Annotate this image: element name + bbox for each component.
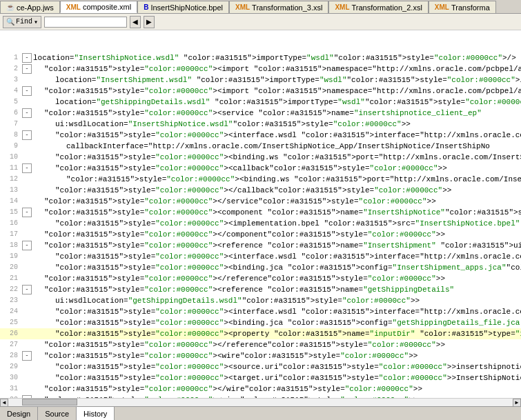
- h-scroll-thumb[interactable]: [22, 399, 77, 406]
- code-content: 1-location="InsertShipNotice.wsdl" "colo…: [0, 30, 521, 398]
- line-content: "color:#a31515">style="color:#0000cc"></…: [44, 229, 521, 240]
- code-line: 19"color:#a31515">style="color:#0000cc">…: [0, 251, 521, 262]
- toolbar: 🔍 Find ▾ ◀ ▶: [0, 14, 521, 30]
- code-line: 6-"color:#a31515">style="color:#0000cc">…: [0, 108, 521, 119]
- h-scroll-right-btn[interactable]: ▶: [513, 399, 521, 407]
- line-number: 12: [3, 174, 22, 185]
- line-content: "color:#a31515">style="color:#0000cc"></…: [44, 196, 521, 207]
- search-input[interactable]: [44, 17, 127, 28]
- line-number: 27: [3, 339, 22, 350]
- code-line: 21"color:#a31515">style="color:#0000cc">…: [0, 273, 521, 284]
- h-scroll-left-btn[interactable]: ◀: [0, 399, 8, 407]
- fold-button[interactable]: -: [22, 53, 32, 63]
- fold-button[interactable]: -: [22, 108, 32, 118]
- line-content: ui:wsdlLocation="getShippingDetails.wsdl…: [55, 295, 521, 306]
- code-line: 26"color:#a31515">style="color:#0000cc">…: [0, 328, 521, 339]
- code-line: 31"color:#a31515">style="color:#0000cc">…: [0, 383, 521, 394]
- line-number: 3: [3, 74, 22, 86]
- fold-button[interactable]: -: [22, 285, 32, 294]
- line-content: "color:#a31515">style="color:#0000cc"></…: [44, 273, 521, 284]
- line-content: "color:#a31515">style="color:#0000cc"><i…: [44, 86, 521, 97]
- tab-transformation2-label: Transformation_2.xsl: [352, 3, 422, 12]
- tab-service-app-label: ce-App.jws: [17, 3, 54, 12]
- line-number: 23: [3, 295, 22, 306]
- tab-transforma-label: Transforma: [451, 3, 490, 12]
- code-line: 8-"color:#a31515">style="color:#0000cc">…: [0, 130, 521, 141]
- line-number: 16: [3, 218, 22, 229]
- line-number: 4: [3, 86, 22, 97]
- code-line: 3location="InsertShipment.wsdl" "color:#…: [0, 74, 521, 86]
- fold-button[interactable]: -: [22, 241, 32, 250]
- tab-design-label: Design: [7, 410, 30, 418]
- tab-transformation3-icon: XML: [235, 3, 250, 11]
- line-content: "color:#a31515">style="color:#0000cc"><c…: [44, 207, 521, 218]
- line-content: "color:#a31515">style="color:#0000cc"><b…: [55, 262, 521, 273]
- line-number: 21: [3, 273, 22, 284]
- tab-insert-ship-bpel-icon: B: [144, 3, 148, 11]
- fold-button[interactable]: -: [22, 64, 32, 74]
- tab-transformation3-label: Transformation_3.xsl: [252, 3, 322, 12]
- line-content: "color:#a31515">style="color:#0000cc"></…: [44, 383, 521, 394]
- tab-insert-ship-bpel-label: InsertShipNotice.bpel: [150, 3, 223, 12]
- fold-button[interactable]: -: [22, 208, 32, 217]
- tab-insert-ship-bpel[interactable]: B InsertShipNotice.bpel: [137, 1, 229, 13]
- tab-transformation3[interactable]: XML Transformation_3.xsl: [229, 1, 328, 13]
- tab-design[interactable]: Design: [0, 407, 38, 420]
- bottom-tab-bar: Design Source History: [0, 406, 521, 420]
- code-line: 27"color:#a31515">style="color:#0000cc">…: [0, 339, 521, 350]
- nav-prev-btn[interactable]: ◀: [130, 16, 141, 28]
- tab-transforma-icon: XML: [435, 3, 449, 11]
- tab-composite[interactable]: XML composite.xml: [60, 1, 137, 13]
- line-content: "color:#a31515">style="color:#0000cc"><b…: [55, 152, 521, 163]
- code-line: 14"color:#a31515">style="color:#0000cc">…: [0, 196, 521, 207]
- code-line: 25"color:#a31515">style="color:#0000cc">…: [0, 317, 521, 328]
- line-content: "color:#a31515">style="color:#0000cc"><i…: [55, 251, 521, 262]
- tab-transformation2-icon: XML: [335, 3, 349, 11]
- line-number: 1: [3, 52, 22, 63]
- line-content: "color:#a31515">style="color:#0000cc"><w…: [44, 350, 521, 361]
- tab-source-label: Source: [45, 410, 69, 418]
- code-line: 10"color:#a31515">style="color:#0000cc">…: [0, 152, 521, 163]
- line-number: 2: [3, 63, 22, 74]
- code-line: 29"color:#a31515">style="color:#0000cc">…: [0, 361, 521, 372]
- code-line: 30"color:#a31515">style="color:#0000cc">…: [0, 372, 521, 383]
- tab-source[interactable]: Source: [38, 407, 77, 420]
- line-number: 30: [3, 372, 22, 383]
- line-number: 26: [3, 328, 22, 339]
- find-dropdown-arrow: ▾: [34, 18, 38, 26]
- fold-button[interactable]: -: [22, 163, 32, 173]
- h-scrollbar[interactable]: ◀ ▶: [0, 398, 521, 406]
- line-number: 24: [3, 306, 22, 317]
- line-number: 6: [3, 108, 22, 119]
- line-number: 7: [3, 119, 22, 130]
- find-dropdown-btn[interactable]: 🔍 Find ▾: [3, 16, 41, 28]
- tab-transformation2[interactable]: XML Transformation_2.xsl: [328, 1, 428, 13]
- line-number: 10: [3, 152, 22, 163]
- line-content: "color:#a31515">style="color:#0000cc"><r…: [44, 240, 521, 251]
- nav-next-btn[interactable]: ▶: [144, 16, 155, 28]
- code-line: 18-"color:#a31515">style="color:#0000cc"…: [0, 240, 521, 251]
- fold-button[interactable]: -: [22, 351, 32, 361]
- fold-button[interactable]: -: [22, 130, 32, 140]
- tab-composite-label: composite.xml: [83, 3, 131, 11]
- line-content: ui:wsdlLocation="InsertShipNotice.wsdl""…: [55, 119, 521, 130]
- tab-service-app[interactable]: ☕ ce-App.jws: [0, 1, 60, 13]
- code-area[interactable]: 1-location="InsertShipNotice.wsdl" "colo…: [0, 30, 521, 398]
- fold-button[interactable]: -: [22, 86, 32, 96]
- line-content: location="getShippingDetails.wsdl" "colo…: [55, 97, 521, 108]
- line-number: 11: [3, 163, 22, 174]
- line-content: location="InsertShipment.wsdl" "color:#a…: [55, 74, 521, 86]
- line-number: 20: [3, 262, 22, 273]
- line-content: location="InsertShipNotice.wsdl" "color:…: [33, 52, 521, 63]
- code-line: 15-"color:#a31515">style="color:#0000cc"…: [0, 207, 521, 218]
- code-line: 20"color:#a31515">style="color:#0000cc">…: [0, 262, 521, 273]
- line-number: 25: [3, 317, 22, 328]
- code-line: 28-"color:#a31515">style="color:#0000cc"…: [0, 350, 521, 361]
- code-line: 22-"color:#a31515">style="color:#0000cc"…: [0, 284, 521, 295]
- line-number: 31: [3, 383, 22, 394]
- line-number: 5: [3, 97, 22, 108]
- line-number: 14: [3, 196, 22, 207]
- code-line: 1-location="InsertShipNotice.wsdl" "colo…: [0, 52, 521, 63]
- tab-transforma[interactable]: XML Transforma: [429, 1, 496, 13]
- tab-history[interactable]: History: [77, 407, 115, 420]
